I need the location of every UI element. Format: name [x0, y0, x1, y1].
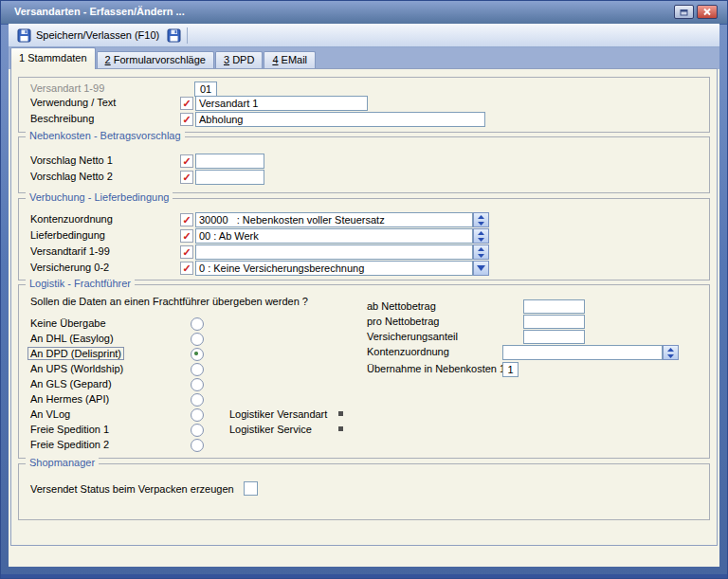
radio-row: An Hermes (API)	[19, 392, 709, 408]
spin-updown-icon	[477, 231, 485, 242]
radio-an-hermes[interactable]	[191, 393, 204, 407]
logistik-kontenzuordnung-input[interactable]	[502, 345, 663, 360]
close-icon	[702, 8, 712, 16]
lookup-button-logistik-kontenzuordnung[interactable]	[663, 345, 679, 360]
confirm-check-button[interactable]: ✓	[180, 113, 193, 126]
close-button[interactable]	[697, 5, 718, 19]
check-icon: ✓	[182, 246, 191, 258]
radio-label-freie-spedition-1: Freie Spedition 1	[30, 424, 109, 435]
radio-an-gls[interactable]	[191, 378, 204, 391]
lookup-button-versandtarif[interactable]	[473, 244, 489, 260]
verwendung-row: Verwendung / Text ✓	[19, 96, 709, 112]
toolbar: Speichern/Verlassen (F10)	[9, 24, 719, 47]
lieferbedingung-input[interactable]	[195, 228, 473, 244]
versendet-status-checkbox[interactable]	[244, 481, 258, 496]
tab-email[interactable]: 4 EMail	[264, 51, 316, 69]
confirm-check-button[interactable]: ✓	[180, 154, 193, 168]
radio-label-an-hermes: An Hermes (API)	[30, 393, 109, 405]
ab-nettobetrag-input[interactable]	[523, 299, 585, 314]
window-title: Versandarten - Erfassen/Ändern ...	[14, 6, 185, 17]
tab-formularvorschlaege[interactable]: 2 Formularvorschläge	[97, 51, 214, 69]
kontenzuordnung-input[interactable]	[195, 212, 473, 227]
check-icon: ✓	[182, 214, 191, 226]
confirm-check-button[interactable]: ✓	[180, 213, 193, 226]
vorschlag-netto1-row: Vorschlag Netto 1 ✓	[19, 154, 709, 170]
section-shopmanager: Shopmanager Versendet Status beim Verpac…	[18, 463, 710, 520]
save-icon	[17, 28, 31, 43]
ab-nettobetrag-row: ab Nettobetrag	[19, 299, 709, 316]
save-exit-label: Speichern/Verlassen (F10)	[36, 29, 159, 41]
radio-an-vlog[interactable]	[191, 408, 204, 422]
radio-row: An GLS (Gepard)	[19, 377, 709, 393]
section-verbuchung: Verbuchung - Lieferbedingung Kontenzuord…	[18, 198, 710, 280]
verwendung-input[interactable]	[195, 96, 368, 111]
save-exit-button[interactable]: Speichern/Verlassen (F10)	[12, 27, 164, 45]
tab-dpd[interactable]: 3 DPD	[215, 51, 263, 69]
versicherung-row: Versicherung 0-2 ✓	[19, 261, 709, 277]
lookup-button-kontenzuordnung[interactable]	[473, 212, 489, 227]
check-icon: ✓	[182, 172, 191, 183]
dropdown-button-versicherung[interactable]	[473, 261, 489, 276]
versicherung-label: Versicherung 0-2	[30, 262, 109, 273]
vorschlag-netto1-input[interactable]	[195, 154, 264, 169]
check-icon: ✓	[182, 262, 191, 274]
vorschlag-netto2-input[interactable]	[195, 170, 264, 185]
radio-label-an-gls: An GLS (Gepard)	[30, 378, 112, 389]
confirm-check-button[interactable]: ✓	[180, 245, 193, 259]
save-button[interactable]	[164, 27, 184, 45]
logistiker-service-label: Logistiker Service	[229, 424, 312, 435]
shipping-methods-window: Versandarten - Erfassen/Ändern ... Speic…	[0, 0, 728, 579]
kontenzuordnung-row: Kontenzuordnung ✓	[19, 212, 709, 228]
radio-freie-spedition-1[interactable]	[191, 424, 204, 437]
uebernahme-row: Übernahme in Nebenkosten 1-5	[19, 362, 709, 378]
uebernahme-label: Übernahme in Nebenkosten 1-5	[367, 363, 515, 374]
pro-nettobetrag-input[interactable]	[523, 315, 585, 329]
radio-freie-spedition-2[interactable]	[191, 439, 204, 452]
check-icon: ✓	[182, 230, 191, 242]
versendet-status-label: Versendet Status beim Verpacken erzeugen	[30, 483, 234, 495]
check-icon: ✓	[182, 114, 191, 125]
radio-label-an-vlog: An VLog	[30, 408, 70, 420]
section-title: Logistik - Frachtführer	[26, 278, 135, 289]
verwendung-label: Verwendung / Text	[30, 97, 116, 108]
save-icon	[167, 28, 181, 43]
restore-button[interactable]	[674, 5, 694, 19]
lookup-button-lieferbedingung[interactable]	[473, 228, 489, 244]
confirm-check-button[interactable]: ✓	[180, 229, 193, 243]
logistik-kontenzuordnung-row: Kontenzuordnung	[19, 345, 709, 361]
toolbar-separator	[187, 27, 188, 44]
uebernahme-input[interactable]	[502, 362, 519, 377]
tab-accelerator: 3	[224, 54, 229, 65]
titlebar: Versandarten - Erfassen/Ändern ...	[1, 1, 727, 25]
chevron-down-icon	[477, 265, 485, 271]
client-area: 1 Stammdaten 2 Formularvorschläge 3 DPD …	[9, 47, 719, 567]
logistiker-service-indicator	[338, 426, 343, 431]
section-title: Verbuchung - Lieferbedingung	[26, 191, 173, 203]
check-icon: ✓	[182, 155, 191, 167]
confirm-check-button[interactable]: ✓	[180, 171, 193, 184]
spin-updown-icon	[477, 215, 485, 226]
beschreibung-input[interactable]	[195, 112, 485, 127]
logistiker-versandart-label: Logistiker Versandart	[229, 408, 327, 420]
section-nebenkosten: Nebenkosten - Betragsvorschlag Vorschlag…	[18, 136, 710, 193]
versandtarif-input[interactable]	[195, 244, 473, 260]
versandart-label: Versandart 1-99	[30, 82, 104, 94]
versandtarif-label: Versandtarif 1-99	[30, 245, 110, 257]
confirm-check-button[interactable]: ✓	[180, 97, 193, 110]
versicherungsanteil-input[interactable]	[523, 330, 585, 344]
radio-row: Freie Spedition 1 Logistiker Service	[19, 423, 709, 439]
versicherungsanteil-row: Versicherungsanteil	[19, 330, 709, 346]
radio-row: An VLog Logistiker Versandart	[19, 407, 709, 424]
lieferbedingung-row: Lieferbedingung ✓	[19, 228, 709, 244]
section-logistik: Logistik - Frachtführer Sollen die Daten…	[18, 284, 710, 459]
section-title: Shopmanager	[26, 457, 99, 468]
vorschlag-netto2-label: Vorschlag Netto 2	[30, 171, 113, 182]
pro-nettobetrag-label: pro Nettobetrag	[367, 316, 439, 327]
versandart-input[interactable]	[194, 81, 217, 97]
vorschlag-netto2-row: Vorschlag Netto 2 ✓	[19, 170, 709, 186]
radio-row: Freie Spedition 2	[19, 438, 709, 454]
tab-stammdaten[interactable]: 1 Stammdaten	[10, 47, 96, 69]
confirm-check-button[interactable]: ✓	[180, 262, 193, 275]
versicherung-select[interactable]	[195, 261, 473, 276]
tabstrip: 1 Stammdaten 2 Formularvorschläge 3 DPD …	[9, 47, 719, 69]
